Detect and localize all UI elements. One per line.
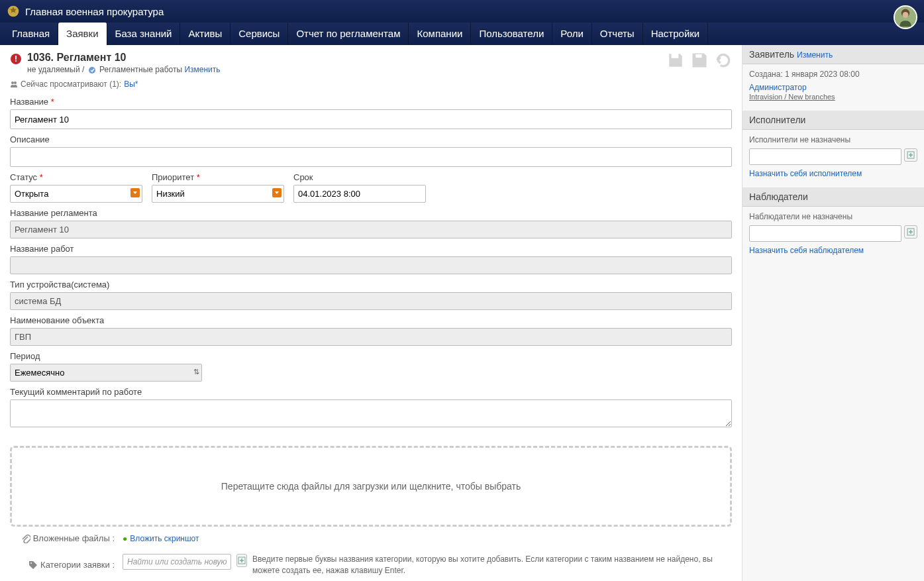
app-header: Главная военная прокуратура — [0, 0, 924, 23]
nav-main[interactable]: Главная — [4, 23, 58, 45]
chevron-down-icon[interactable] — [272, 188, 282, 197]
desc-input[interactable] — [10, 147, 732, 167]
categories-input[interactable] — [123, 554, 231, 570]
svg-point-11 — [30, 562, 32, 564]
reg-name-input — [10, 221, 732, 238]
nav-reports[interactable]: Отчеты — [592, 23, 643, 45]
work-name-label: Название работ — [10, 244, 732, 254]
created-date: Создана: 1 января 2023 08:00 — [749, 70, 917, 79]
ticket-meta: не удаляемый / Регламентные работы Измен… — [27, 65, 221, 74]
emblem-icon — [7, 5, 20, 18]
priority-label: Приоритет * — [152, 172, 284, 182]
requester-change-link[interactable]: Изменить — [797, 50, 833, 60]
svg-point-8 — [89, 67, 95, 74]
requester-section-title: Заявитель Изменить — [743, 45, 924, 64]
object-name-input — [10, 328, 732, 346]
tag-icon — [28, 560, 38, 570]
status-label: Статус * — [10, 172, 142, 182]
select-arrow-icon: ⇅ — [193, 368, 199, 376]
name-input[interactable] — [10, 109, 732, 129]
executors-empty: Исполнители не назначены — [749, 135, 917, 144]
watchers-empty: Наблюдатели не назначены — [749, 212, 917, 221]
viewers-icon — [10, 80, 18, 88]
ticket-title: 1036. Регламент 10 — [27, 52, 221, 64]
name-label: Название * — [10, 97, 732, 107]
svg-point-4 — [903, 12, 909, 18]
file-dropzone[interactable]: Перетащите сюда файлы для загрузки или щ… — [10, 446, 732, 527]
requester-user-link[interactable]: Администратор — [749, 83, 807, 92]
nav-settings[interactable]: Настройки — [643, 23, 709, 45]
work-type-icon — [88, 66, 96, 74]
categories-label: Категории заявки : — [40, 560, 115, 570]
svg-rect-7 — [15, 60, 17, 62]
assign-self-watcher-link[interactable]: Назначить себя наблюдателем — [749, 246, 864, 255]
viewers-label: Сейчас просматривают (1): — [21, 79, 121, 89]
nav-companies[interactable]: Компании — [409, 23, 471, 45]
add-executor-button[interactable] — [904, 148, 917, 162]
app-title: Главная военная прокуратура — [25, 6, 164, 17]
viewers-you-link[interactable]: Вы* — [124, 79, 138, 89]
priority-select[interactable] — [152, 185, 284, 203]
period-label: Период — [10, 351, 732, 361]
deadline-input[interactable] — [293, 185, 426, 203]
change-type-link[interactable]: Изменить — [184, 65, 220, 74]
plus-icon: ● — [123, 534, 127, 543]
user-avatar[interactable] — [894, 5, 917, 29]
add-watcher-button[interactable] — [904, 225, 917, 238]
status-select[interactable] — [10, 185, 142, 203]
save-icon[interactable] — [667, 52, 684, 69]
period-select[interactable] — [10, 364, 202, 382]
paperclip-icon — [21, 534, 30, 543]
watchers-section-title: Наблюдатели — [743, 187, 924, 207]
attach-screenshot-link[interactable]: ●Вложить скриншот — [123, 534, 199, 543]
desc-label: Описание — [10, 134, 732, 144]
sidebar: Заявитель Изменить Создана: 1 января 202… — [742, 45, 924, 581]
object-name-label: Наименование объекта — [10, 315, 732, 325]
main-nav: Главная Заявки База знаний Активы Сервис… — [0, 23, 924, 45]
svg-point-10 — [14, 81, 17, 84]
watchers-input[interactable] — [749, 225, 901, 242]
work-name-input — [10, 256, 732, 274]
assign-self-executor-link[interactable]: Назначить себя исполнителем — [749, 169, 862, 178]
main-content: 1036. Регламент 10 не удаляемый / Реглам… — [0, 45, 742, 581]
categories-hint: Введите первые буквы названия категории,… — [252, 554, 732, 576]
priority-icon — [10, 53, 22, 65]
svg-rect-6 — [15, 56, 17, 60]
nav-roles[interactable]: Роли — [552, 23, 592, 45]
undo-icon[interactable] — [715, 52, 732, 69]
nav-services[interactable]: Сервисы — [231, 23, 288, 45]
comment-label: Текущий комментарий по работе — [10, 387, 732, 397]
add-category-button[interactable] — [236, 554, 247, 567]
attachments-label: Вложенные файлы : — [33, 533, 115, 543]
non-deletable-label: не удаляемый — [27, 65, 80, 74]
save-as-icon[interactable] — [691, 52, 708, 69]
comment-textarea[interactable] — [10, 399, 732, 427]
svg-point-9 — [11, 81, 14, 84]
executors-section-title: Исполнители — [743, 111, 924, 130]
executors-input[interactable] — [749, 148, 901, 165]
work-type: Регламентные работы — [99, 65, 182, 74]
nav-reports-reg[interactable]: Отчет по регламентам — [288, 23, 409, 45]
device-type-input — [10, 292, 732, 310]
device-type-label: Тип устройства(система) — [10, 280, 732, 290]
nav-tickets[interactable]: Заявки — [58, 23, 107, 45]
nav-assets[interactable]: Активы — [180, 23, 231, 45]
nav-users[interactable]: Пользователи — [471, 23, 552, 45]
reg-name-label: Название регламента — [10, 208, 732, 218]
deadline-label: Срок — [293, 172, 426, 182]
chevron-down-icon[interactable] — [130, 188, 140, 197]
nav-kb[interactable]: База знаний — [107, 23, 181, 45]
requester-org-link[interactable]: Intravision / New branches — [749, 93, 835, 101]
